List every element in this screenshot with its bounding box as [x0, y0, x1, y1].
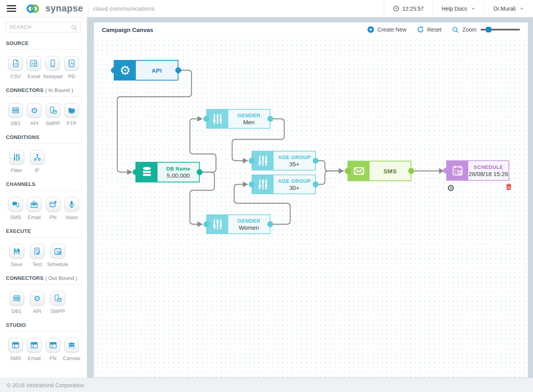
output-port[interactable]	[313, 182, 319, 188]
flow-node-db-name[interactable]: DB Name 5,00,000	[135, 162, 200, 182]
brand-name: synapse	[45, 3, 83, 14]
output-port[interactable]	[197, 169, 203, 175]
section-subtitle: ( In Bound )	[45, 87, 73, 93]
input-port[interactable]	[249, 182, 255, 188]
search-box[interactable]	[6, 22, 81, 32]
app-header: synapse cloud communications 12:25:57 He…	[0, 0, 533, 17]
section-title: CONDITIONS	[6, 134, 39, 140]
reset-button[interactable]: Reset	[417, 26, 442, 33]
edge-age35-to-sms	[316, 161, 339, 171]
conditions-if-tool[interactable]	[30, 150, 45, 165]
chat-bubbles-icon	[11, 200, 20, 208]
help-docs-menu[interactable]: Help Docs	[432, 0, 484, 17]
source-pd-tool[interactable]	[64, 56, 79, 71]
csv-file-icon	[11, 59, 20, 68]
studio-pn-tool[interactable]	[46, 338, 60, 353]
flow-node-gender-women[interactable]: GENDER Women	[206, 214, 270, 234]
hamburger-menu-icon[interactable]	[7, 5, 16, 12]
section-channels: CHANNELS SMS Email PN Voice	[0, 181, 87, 220]
channels-pn-tool[interactable]	[46, 197, 60, 212]
execute-test-tool[interactable]	[30, 244, 45, 259]
conditions-filter-tool[interactable]	[9, 150, 24, 165]
tool-label: Save	[11, 261, 23, 267]
tool-label: Test	[32, 261, 42, 267]
database-icon	[141, 166, 153, 178]
user-menu[interactable]: Dr.Murali	[484, 0, 533, 17]
flow-node-sms[interactable]: SMS	[347, 161, 411, 181]
input-port[interactable]	[133, 169, 139, 175]
search-input[interactable]	[9, 24, 71, 30]
excel-file-icon	[30, 59, 38, 68]
brand: synapse cloud communications	[26, 3, 155, 14]
channels-email-tool[interactable]	[27, 197, 41, 212]
flow-node-age-group-30[interactable]: AGE GROUP 30+	[251, 174, 316, 194]
output-port[interactable]	[408, 168, 414, 174]
tool-label: Filter	[11, 167, 23, 173]
execute-schedule-tool[interactable]	[51, 244, 65, 259]
studio-sms-tool[interactable]	[8, 338, 23, 353]
studio-canvas-tool[interactable]	[64, 338, 79, 353]
edge-api-to-db	[117, 70, 191, 172]
output-port[interactable]	[313, 158, 319, 164]
node-delete-trash-icon[interactable]	[505, 183, 512, 191]
source-notepad-tool[interactable]	[45, 56, 60, 71]
inbound-db1-tool[interactable]	[8, 103, 23, 118]
copyright-text: © 2018 Vectramind Corporation	[7, 382, 84, 388]
gear-icon: ⚙	[34, 294, 41, 302]
input-port[interactable]	[443, 168, 449, 174]
easel-icon	[68, 341, 76, 349]
output-port[interactable]	[267, 221, 273, 227]
tool-label: Email	[28, 214, 41, 220]
flow-node-gender-men[interactable]: GENDER Men	[206, 109, 270, 129]
flow-node-age-group-35[interactable]: AGE GROUP 35+	[251, 151, 316, 171]
zoom-slider[interactable]	[480, 27, 520, 32]
source-csv-tool[interactable]	[8, 56, 23, 71]
help-docs-label: Help Docs	[441, 6, 467, 12]
outbound-db1-tool[interactable]	[9, 291, 24, 306]
source-excel-tool[interactable]	[26, 56, 41, 71]
brand-divider	[88, 4, 88, 13]
studio-email-tool[interactable]	[27, 338, 41, 353]
node-title: DB Name	[166, 166, 190, 172]
input-port[interactable]	[111, 68, 117, 73]
node-title: SMS	[383, 168, 397, 174]
flow-connectors	[94, 37, 528, 377]
input-port[interactable]	[203, 221, 209, 227]
execute-save-tool[interactable]	[9, 244, 24, 259]
zoom-slider-handle[interactable]	[486, 27, 491, 32]
window-layout-icon	[11, 341, 20, 349]
output-port[interactable]	[267, 116, 273, 122]
section-divider	[6, 331, 81, 332]
folder-transfer-icon	[68, 106, 76, 114]
inbound-smpp-tool[interactable]	[46, 103, 60, 118]
input-port[interactable]	[249, 158, 255, 164]
window-layout-icon	[49, 341, 57, 349]
outbound-smpp-tool[interactable]	[51, 291, 65, 306]
section-title: CONNECTORS	[6, 275, 43, 281]
node-value: Men	[243, 119, 255, 126]
flow-node-schedule[interactable]: SCHEDULE 28/08/18 15:26	[446, 160, 509, 181]
search-icon	[71, 24, 77, 31]
phone-directory-icon	[68, 59, 76, 68]
user-name: Dr.Murali	[494, 6, 516, 12]
inbound-api-tool[interactable]: ⚙	[27, 103, 41, 118]
tool-label: PN	[49, 214, 56, 220]
outbound-api-tool[interactable]: ⚙	[30, 291, 45, 306]
node-settings-gear-icon[interactable]: ⚙	[447, 183, 455, 193]
channels-voice-tool[interactable]	[64, 197, 79, 212]
sidebar: SOURCE CSV Excel Notepad PD CONNECTORS (…	[0, 17, 87, 378]
campaign-canvas[interactable]: ⚙ API GENDER Men DB Name 5,00,000	[94, 37, 528, 377]
input-port[interactable]	[345, 168, 351, 174]
channels-sms-tool[interactable]	[8, 197, 23, 212]
gear-icon: ⚙	[120, 64, 131, 77]
canvas-header: Campaign Canvas Create New Reset Zoom	[94, 23, 528, 37]
calendar-clock-icon	[452, 165, 464, 176]
flow-node-api[interactable]: ⚙ API	[114, 60, 178, 81]
zoom-magnifier-icon	[452, 26, 459, 34]
node-value: Women	[239, 224, 259, 231]
output-port[interactable]	[175, 68, 181, 73]
create-new-button[interactable]: Create New	[367, 26, 407, 33]
inbound-ftp-tool[interactable]	[64, 103, 79, 118]
input-port[interactable]	[203, 116, 209, 122]
tool-label: SMPP	[51, 308, 65, 314]
